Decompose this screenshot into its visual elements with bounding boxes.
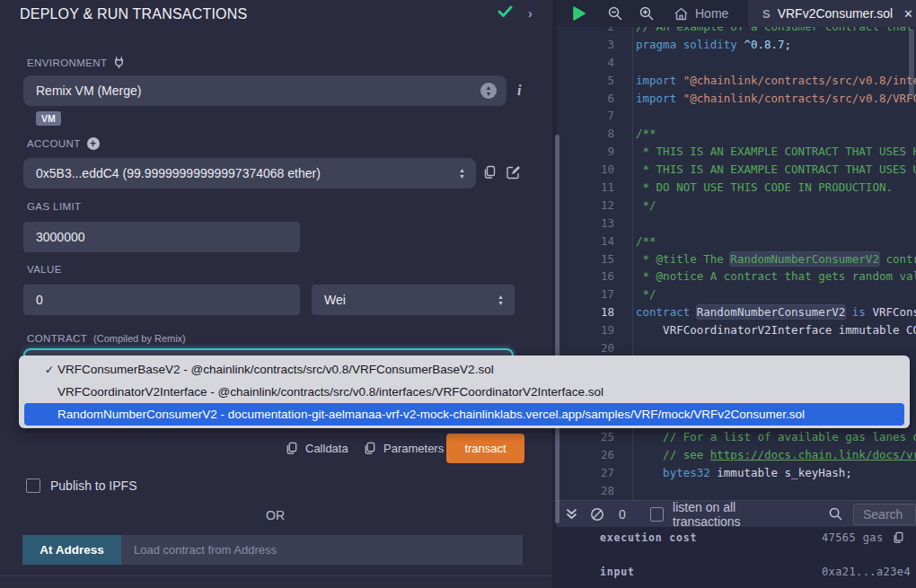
tab-home-label: Home xyxy=(695,6,728,21)
contract-option-label: VRFConsumerBaseV2 - @chainlink/contracts… xyxy=(57,363,494,376)
solidity-icon: S xyxy=(762,7,771,21)
code-line: 28 xyxy=(557,482,916,500)
editor-scrollbar[interactable] xyxy=(909,30,914,97)
publish-ipfs-label: Publish to IPFS xyxy=(50,478,137,493)
contract-option[interactable]: RandomNumberConsumerV2 - documentation-g… xyxy=(24,403,904,426)
gas-limit-input[interactable] xyxy=(23,222,300,252)
environment-select-arrows-icon: ▲▼ xyxy=(480,83,497,99)
compile-success-check-icon xyxy=(498,5,513,18)
search-icon xyxy=(829,507,842,521)
tab-home[interactable]: Home xyxy=(674,6,728,21)
copy-account-icon[interactable] xyxy=(483,165,497,180)
copy-value-icon[interactable] xyxy=(893,531,904,544)
clear-console-icon[interactable] xyxy=(590,507,604,522)
account-label: ACCOUNT + xyxy=(27,137,100,150)
editor-tabbar: Home S VRFv2Consumer.sol ✕ xyxy=(557,0,916,27)
terminal-row: input0xa21...a23e4 xyxy=(557,566,916,582)
deploy-run-panel: DEPLOY & RUN TRANSACTIONS › ENVIRONMENT … xyxy=(0,0,557,588)
line-number: 28 xyxy=(557,482,614,500)
terminal-row: execution cost47565 gas xyxy=(557,531,916,548)
expand-terminal-icon[interactable] xyxy=(566,508,577,521)
code-line: 20 xyxy=(557,339,916,357)
panel-collapse-chevron-icon[interactable]: › xyxy=(528,6,533,21)
run-script-icon[interactable] xyxy=(572,5,586,22)
plug-icon xyxy=(113,57,125,68)
line-number: 16 xyxy=(557,268,614,285)
account-select[interactable]: 0x5B3...eddC4 (99.99999999999997374068 e… xyxy=(23,158,476,189)
at-address-button[interactable]: At Address xyxy=(22,535,121,565)
environment-value: Remix VM (Merge) xyxy=(36,83,141,98)
calldata-label[interactable]: Calldata xyxy=(305,442,348,455)
copy-calldata-icon[interactable] xyxy=(286,442,298,455)
line-number: 6 xyxy=(557,90,614,108)
line-number: 13 xyxy=(557,215,614,233)
code-line: 25 // For a list of available gas lanes … xyxy=(557,428,916,446)
at-address-input[interactable] xyxy=(121,535,523,565)
copy-parameters-icon[interactable] xyxy=(364,442,376,455)
line-number: 27 xyxy=(557,464,614,482)
line-number: 14 xyxy=(557,233,614,250)
environment-select[interactable]: Remix VM (Merge) ▲▼ xyxy=(23,75,506,106)
code-line: 2// An example of a consumer contract th… xyxy=(557,27,916,36)
code-line: 4 xyxy=(557,54,916,72)
unit-select-arrows-icon: ▲▼ xyxy=(498,294,504,305)
panel-title: DEPLOY & RUN TRANSACTIONS xyxy=(20,6,247,22)
or-separator: OR xyxy=(266,508,285,522)
code-line: 18contract RandomNumberConsumerV2 is VRF… xyxy=(557,303,916,321)
add-account-icon[interactable]: + xyxy=(87,137,100,150)
environment-info-icon[interactable]: i xyxy=(517,83,521,99)
parameters-label[interactable]: Parameters xyxy=(383,442,444,455)
edit-account-icon[interactable] xyxy=(506,165,521,180)
code-line: 27 bytes32 immutable s_keyHash; xyxy=(557,464,916,482)
vm-badge: VM xyxy=(36,111,61,126)
tab-active-file[interactable]: S VRFv2Consumer.sol ✕ xyxy=(748,0,916,27)
terminal-output: execution cost47565 gasinput0xa21...a23e… xyxy=(557,527,916,588)
terminal-row-key: execution cost xyxy=(600,531,697,544)
code-line: 13 xyxy=(557,215,916,233)
tab-active-label: VRFv2Consumer.sol xyxy=(778,6,893,21)
code-line: 15 * @title The RandomNumberConsumerV2 c… xyxy=(557,250,916,268)
close-tab-icon[interactable]: ✕ xyxy=(903,7,913,21)
value-input[interactable] xyxy=(23,285,300,315)
line-number: 26 xyxy=(557,446,614,464)
panel-divider xyxy=(0,575,557,576)
account-select-arrows-icon: ▲▼ xyxy=(459,168,465,179)
line-number: 15 xyxy=(557,250,614,268)
environment-label: ENVIRONMENT xyxy=(27,57,125,68)
contract-option[interactable]: ✓VRFConsumerBaseV2 - @chainlink/contract… xyxy=(19,358,910,381)
terminal-toolbar: 0 listen on all transactions xyxy=(557,500,916,527)
code-line: 10 * THIS IS AN EXAMPLE CONTRACT THAT US… xyxy=(557,161,916,179)
line-number: 12 xyxy=(557,197,614,215)
transact-button[interactable]: transact xyxy=(446,434,524,463)
code-line: 5import "@chainlink/contracts/src/v0.8/i… xyxy=(557,72,916,90)
terminal-row-key: input xyxy=(600,566,635,578)
zoom-in-icon[interactable] xyxy=(639,6,654,21)
line-number: 7 xyxy=(557,107,614,125)
code-line: 26 // see https://docs.chain.link/docs/v… xyxy=(557,446,916,464)
publish-ipfs-checkbox[interactable] xyxy=(26,478,40,493)
line-number: 5 xyxy=(557,72,614,90)
line-number: 19 xyxy=(557,321,614,339)
code-line: 9 * THIS IS AN EXAMPLE CONTRACT THAT USE… xyxy=(557,143,916,161)
terminal-row-value: 47565 gas xyxy=(822,531,904,544)
contract-option[interactable]: VRFCoordinatorV2Interface - @chainlink/c… xyxy=(19,381,910,403)
value-label: VALUE xyxy=(27,264,62,275)
terminal-search-input[interactable] xyxy=(853,504,916,525)
code-area[interactable]: 2// An example of a consumer contract th… xyxy=(557,27,916,500)
gas-limit-label: GAS LIMIT xyxy=(27,201,81,212)
value-unit-select[interactable]: Wei ▲▼ xyxy=(312,285,515,315)
line-number: 2 xyxy=(557,27,614,36)
line-number: 10 xyxy=(557,161,614,179)
left-panel-scrollbar[interactable] xyxy=(555,135,559,523)
line-number: 18 xyxy=(557,303,614,321)
listen-all-transactions-label: listen on all transactions xyxy=(673,500,800,529)
terminal-row-value: 0xa21...a23e4 xyxy=(822,566,911,578)
listen-all-transactions-checkbox[interactable] xyxy=(650,507,664,522)
line-number: 20 xyxy=(557,339,614,357)
transaction-count-badge: 0 xyxy=(619,507,626,522)
zoom-out-icon[interactable] xyxy=(608,6,622,21)
line-number: 9 xyxy=(557,143,614,161)
line-number: 3 xyxy=(557,36,614,54)
code-line: 14/** xyxy=(557,233,916,250)
line-number: 4 xyxy=(557,54,614,72)
